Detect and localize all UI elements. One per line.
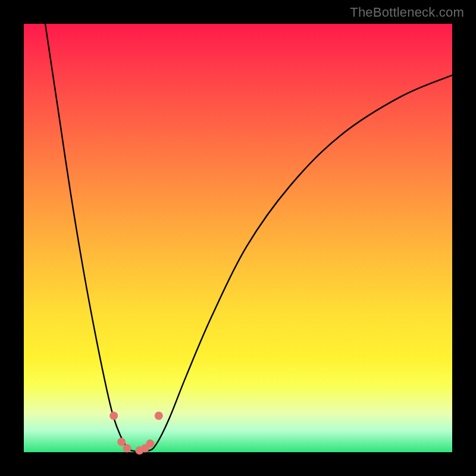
marker-dot <box>146 440 154 448</box>
marker-dot <box>123 444 131 453</box>
bottleneck-curve <box>45 24 452 452</box>
frame: TheBottleneck.com <box>0 0 476 476</box>
plot-area <box>24 24 452 452</box>
watermark-text: TheBottleneck.com <box>350 5 464 20</box>
marker-dot <box>109 412 118 420</box>
marker-dot <box>155 412 163 420</box>
marker-dot <box>117 438 126 446</box>
chart-svg <box>24 24 452 452</box>
curve-markers <box>109 412 163 455</box>
